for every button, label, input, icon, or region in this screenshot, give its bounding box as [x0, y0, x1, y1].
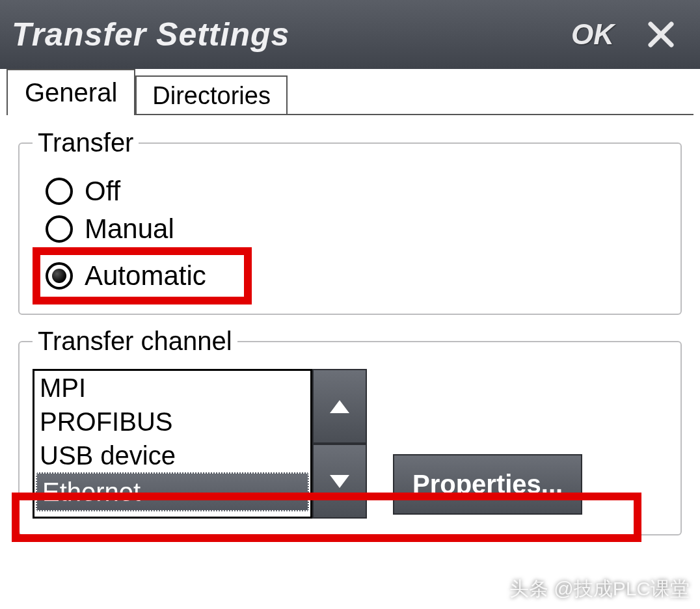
transfer-legend: Transfer: [33, 128, 139, 157]
titlebar-actions: OK: [571, 18, 688, 51]
radio-off[interactable]: Off: [46, 176, 667, 207]
listbox-scroll-buttons: [312, 369, 367, 519]
channel-listbox[interactable]: MPI PROFIBUS USB device Ethernet: [33, 369, 312, 519]
list-item[interactable]: USB device: [34, 439, 310, 472]
svg-marker-2: [330, 400, 349, 413]
titlebar: Transfer Settings OK: [0, 0, 700, 69]
list-item-selected[interactable]: Ethernet: [36, 472, 309, 511]
transfer-channel-legend: Transfer channel: [33, 327, 237, 356]
radio-manual[interactable]: Manual: [46, 213, 667, 245]
chevron-up-icon: [329, 399, 351, 414]
tab-panel-general: Transfer Off Manual Automatic Transfer c…: [7, 114, 693, 554]
list-item[interactable]: MPI: [34, 371, 310, 405]
chevron-down-icon: [329, 474, 351, 489]
watermark: 头条 @技成PLC课堂: [509, 576, 690, 602]
scroll-up-button[interactable]: [312, 369, 367, 444]
scroll-down-button[interactable]: [312, 444, 367, 519]
close-icon: [647, 20, 675, 49]
tab-general[interactable]: General: [7, 69, 135, 115]
tab-bar: General Directories: [7, 69, 693, 114]
channel-row: MPI PROFIBUS USB device Ethernet: [33, 369, 667, 519]
radio-label-manual: Manual: [85, 213, 174, 245]
svg-marker-3: [330, 475, 349, 488]
tab-directories[interactable]: Directories: [135, 75, 288, 114]
close-button[interactable]: [647, 20, 675, 49]
transfer-channel-group: Transfer channel MPI PROFIBUS USB device…: [18, 327, 682, 535]
transfer-group: Transfer Off Manual Automatic: [18, 128, 682, 315]
channel-listbox-wrap: MPI PROFIBUS USB device Ethernet: [33, 369, 367, 519]
radio-automatic[interactable]: Automatic: [39, 254, 245, 298]
dialog-content: General Directories Transfer Off Manual …: [0, 69, 700, 554]
radio-icon: [46, 178, 73, 205]
properties-button[interactable]: Properties...: [393, 454, 582, 515]
list-item[interactable]: PROFIBUS: [34, 405, 310, 439]
window-title: Transfer Settings: [12, 16, 571, 53]
radio-icon: [46, 215, 73, 243]
ok-button[interactable]: OK: [571, 18, 614, 51]
radio-label-automatic: Automatic: [85, 260, 206, 291]
radio-label-off: Off: [85, 176, 120, 207]
radio-icon: [46, 262, 73, 290]
